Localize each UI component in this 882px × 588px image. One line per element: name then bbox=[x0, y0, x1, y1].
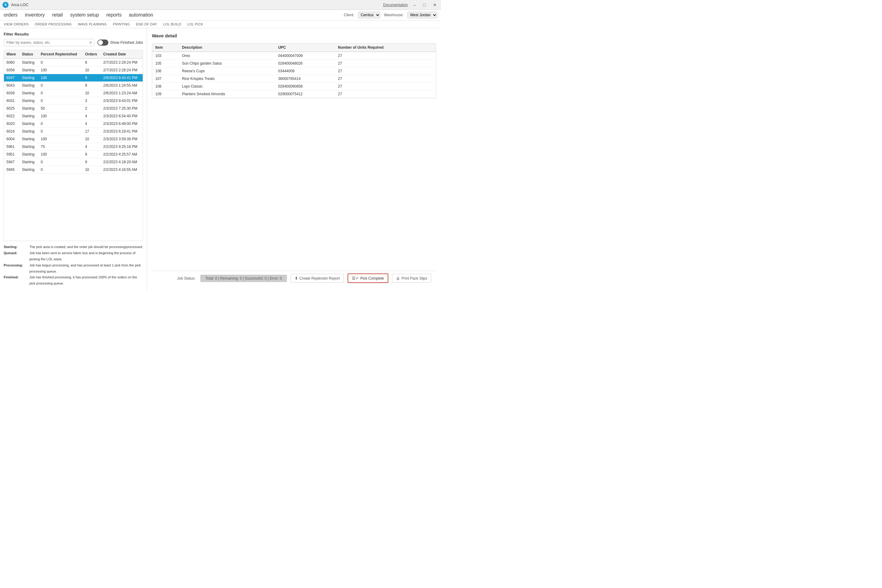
cell-wave: 6031 bbox=[4, 97, 19, 105]
cell-wave: 6047 bbox=[4, 74, 19, 82]
cell-orders: 9 bbox=[82, 82, 101, 89]
cell-wave: 5961 bbox=[4, 143, 19, 151]
legend-value: Job has finished processing, it has proc… bbox=[29, 274, 143, 286]
sub-nav: VIEW ORDERS ORDER PROCESSING WAVE PLANNI… bbox=[0, 21, 441, 28]
cell-orders: 9 bbox=[82, 158, 101, 166]
cell-wave: 6043 bbox=[4, 82, 19, 89]
table-row[interactable]: 6039Starting0102/6/2023 1:23:24 AM bbox=[4, 89, 143, 97]
table-row[interactable]: 6016Starting0172/3/2023 6:19:41 PM bbox=[4, 128, 143, 135]
menu-automation[interactable]: automation bbox=[129, 12, 153, 18]
printer-icon: 🖨 bbox=[396, 276, 400, 280]
col-wave: Wave bbox=[4, 50, 19, 58]
warehouse-select[interactable]: West Jordan bbox=[407, 12, 437, 18]
table-row[interactable]: 5951Starting10092/2/2023 4:25:57 AM bbox=[4, 151, 143, 158]
table-row[interactable]: 5945Starting0102/2/2023 4:16:55 AM bbox=[4, 166, 143, 174]
job-status-value: Total: 0 | Remaining: 0 | Successful: 0 … bbox=[200, 275, 286, 282]
table-row[interactable]: 6047Starting10092/6/2023 8:43:41 PM bbox=[4, 74, 143, 82]
table-row[interactable]: 6025Starting5022/3/2023 7:25:30 PM bbox=[4, 105, 143, 112]
cell-date: 2/3/2023 7:25:30 PM bbox=[101, 105, 143, 112]
menu-reports[interactable]: reports bbox=[106, 12, 122, 18]
legend-key: Processing: bbox=[4, 262, 28, 275]
detail-cell-item: 108 bbox=[152, 82, 179, 90]
cell-wave: 5951 bbox=[4, 151, 19, 158]
menu-retail[interactable]: retail bbox=[52, 12, 63, 18]
subnav-end-of-day[interactable]: END OF DAY bbox=[136, 22, 157, 27]
col-pct: Percent Replenished bbox=[38, 50, 82, 58]
detail-cell-units: 27 bbox=[335, 90, 436, 98]
detail-cell-upc: 38000765414 bbox=[275, 75, 335, 82]
filter-row: ✕ Show Finished Jobs bbox=[4, 39, 143, 46]
print-pack-slips-button[interactable]: 🖨 Print Pack Slips bbox=[392, 274, 431, 283]
cell-pct: 50 bbox=[38, 105, 82, 112]
cell-date: 2/2/2023 4:16:55 AM bbox=[101, 166, 143, 174]
detail-cell-item: 107 bbox=[152, 75, 179, 82]
cell-pct: 0 bbox=[38, 58, 82, 66]
detail-cell-upc: 029000075412 bbox=[275, 90, 335, 98]
detail-col-upc: UPC bbox=[275, 44, 335, 52]
wave-table-container: Wave Status Percent Replenished Orders C… bbox=[4, 50, 143, 241]
table-row[interactable]: 5961Starting7542/2/2023 9:25:18 PM bbox=[4, 143, 143, 151]
cell-status: Starting bbox=[19, 166, 38, 174]
cell-wave: 6039 bbox=[4, 89, 19, 97]
documentation-link[interactable]: Documentation bbox=[383, 3, 408, 7]
cell-orders: 17 bbox=[82, 128, 101, 135]
subnav-view-orders[interactable]: VIEW ORDERS bbox=[4, 22, 29, 27]
cell-date: 2/6/2023 1:24:55 AM bbox=[101, 82, 143, 89]
client-select[interactable]: Cerritus bbox=[358, 12, 380, 18]
table-row[interactable]: 6020Starting042/3/2023 6:49:00 PM bbox=[4, 120, 143, 128]
detail-cell-item: 109 bbox=[152, 90, 179, 98]
filter-clear-icon[interactable]: ✕ bbox=[89, 40, 93, 45]
cell-status: Starting bbox=[19, 143, 38, 151]
cell-status: Starting bbox=[19, 66, 38, 74]
detail-cell-units: 27 bbox=[335, 75, 436, 82]
table-row[interactable]: 5947Starting092/2/2023 4:18:20 AM bbox=[4, 158, 143, 166]
filter-input[interactable] bbox=[4, 39, 94, 46]
print-pack-slips-label: Print Pack Slips bbox=[402, 276, 427, 280]
detail-cell-units: 27 bbox=[335, 68, 436, 75]
table-row[interactable]: 6022Starting10042/3/2023 6:54:40 PM bbox=[4, 112, 143, 120]
cell-pct: 100 bbox=[38, 74, 82, 82]
app-title: Arca LOC bbox=[11, 3, 28, 7]
subnav-lol-pick[interactable]: LOL PICK bbox=[188, 22, 203, 27]
subnav-order-processing[interactable]: ORDER PROCESSING bbox=[35, 22, 72, 27]
menu-inventory[interactable]: inventory bbox=[25, 12, 45, 18]
cell-status: Starting bbox=[19, 97, 38, 105]
show-finished-toggle[interactable] bbox=[98, 39, 108, 46]
cell-orders: 10 bbox=[82, 89, 101, 97]
cell-date: 2/6/2023 1:23:24 AM bbox=[101, 89, 143, 97]
close-button[interactable]: ✕ bbox=[431, 2, 438, 8]
detail-table-row: 103Oreo04400004700927 bbox=[152, 52, 436, 60]
menu-orders[interactable]: orders bbox=[4, 12, 18, 18]
subnav-printing[interactable]: PRINTING bbox=[113, 22, 130, 27]
table-row[interactable]: 6043Starting092/6/2023 1:24:55 AM bbox=[4, 82, 143, 89]
table-row[interactable]: 6060Starting082/7/2023 2:29:24 PM bbox=[4, 58, 143, 66]
detail-table-row: 108Lays Classic02840009085827 bbox=[152, 82, 436, 90]
maximize-button[interactable]: □ bbox=[422, 2, 428, 8]
subnav-wave-planning[interactable]: WAVE PLANNING bbox=[78, 22, 106, 27]
detail-cell-units: 27 bbox=[335, 52, 436, 60]
legend-key: Finished: bbox=[4, 274, 28, 286]
create-replenish-button[interactable]: ⬆ Create Replenish Report bbox=[291, 274, 344, 283]
right-panel: Wave detail Item Description UPC Number … bbox=[147, 28, 441, 290]
cell-orders: 4 bbox=[82, 112, 101, 120]
cell-orders: 10 bbox=[82, 66, 101, 74]
cell-date: 2/2/2023 9:25:18 PM bbox=[101, 143, 143, 151]
legend-value: Job has been sent to service fabric bus … bbox=[29, 250, 143, 262]
pick-complete-button[interactable]: ☰✓ Pick Complete bbox=[348, 273, 388, 283]
table-row[interactable]: 6004Starting100102/3/2023 3:59:39 PM bbox=[4, 135, 143, 143]
cell-wave: 6060 bbox=[4, 58, 19, 66]
menu-system-setup[interactable]: system setup bbox=[70, 12, 99, 18]
minimize-button[interactable]: – bbox=[412, 2, 418, 8]
cell-status: Starting bbox=[19, 105, 38, 112]
cell-pct: 100 bbox=[38, 66, 82, 74]
detail-cell-description: Sun Chips garden Salsa bbox=[179, 60, 275, 68]
cell-date: 2/2/2023 4:25:57 AM bbox=[101, 151, 143, 158]
detail-cell-description: Reese's Cups bbox=[179, 68, 275, 75]
table-row[interactable]: 6031Starting032/3/2023 9:43:01 PM bbox=[4, 97, 143, 105]
cell-pct: 0 bbox=[38, 89, 82, 97]
cell-pct: 0 bbox=[38, 128, 82, 135]
legend-value: Job has begun processing, and has proces… bbox=[29, 262, 143, 275]
subnav-lol-build[interactable]: LOL BUILD bbox=[163, 22, 181, 27]
table-row[interactable]: 6058Starting100102/7/2023 2:28:24 PM bbox=[4, 66, 143, 74]
create-replenish-label: Create Replenish Report bbox=[300, 276, 340, 280]
